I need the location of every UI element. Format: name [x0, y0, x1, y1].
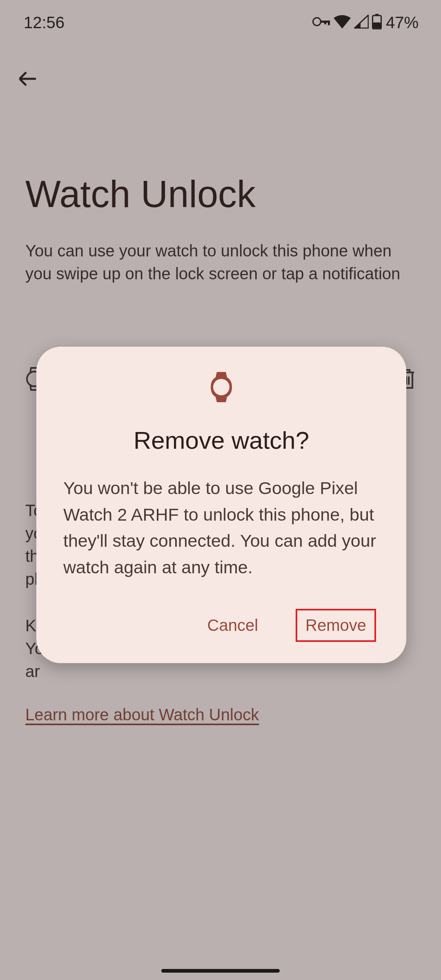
remove-button[interactable]: Remove	[296, 609, 376, 642]
remove-watch-dialog: Remove watch? You won't be able to use G…	[36, 347, 406, 663]
gesture-nav-bar[interactable]	[161, 969, 280, 973]
dialog-actions: Cancel Remove	[63, 609, 379, 642]
dialog-title: Remove watch?	[134, 426, 309, 454]
cancel-button[interactable]: Cancel	[199, 609, 267, 642]
watch-icon	[211, 372, 232, 404]
dialog-body: You won't be able to use Google Pixel Wa…	[63, 475, 379, 580]
